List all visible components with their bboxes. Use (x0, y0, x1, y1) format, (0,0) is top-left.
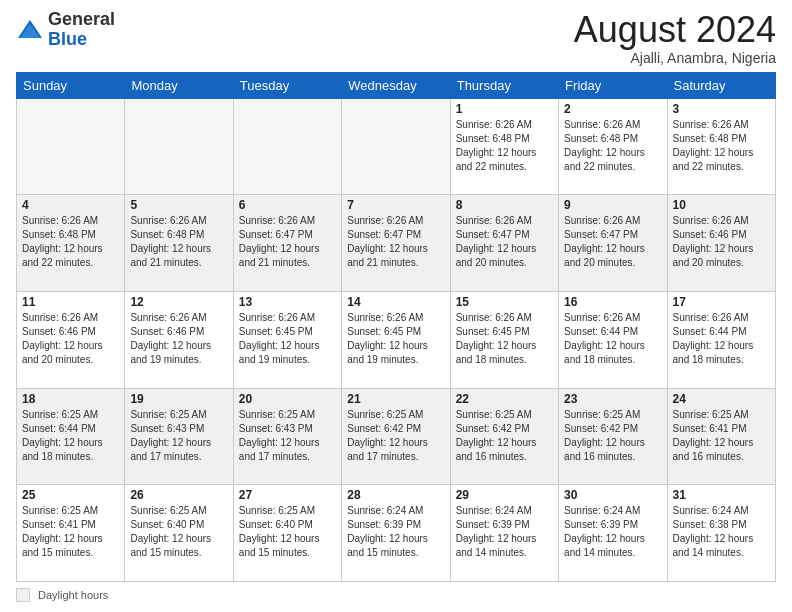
day-number: 5 (130, 198, 227, 212)
day-info: Sunrise: 6:26 AM Sunset: 6:46 PM Dayligh… (22, 311, 119, 367)
col-tuesday: Tuesday (233, 72, 341, 98)
day-info: Sunrise: 6:26 AM Sunset: 6:48 PM Dayligh… (564, 118, 661, 174)
table-row: 19Sunrise: 6:25 AM Sunset: 6:43 PM Dayli… (125, 388, 233, 485)
day-number: 8 (456, 198, 553, 212)
table-row: 15Sunrise: 6:26 AM Sunset: 6:45 PM Dayli… (450, 291, 558, 388)
footer: Daylight hours (16, 588, 776, 602)
day-number: 7 (347, 198, 444, 212)
table-row: 5Sunrise: 6:26 AM Sunset: 6:48 PM Daylig… (125, 195, 233, 292)
day-number: 31 (673, 488, 770, 502)
table-row: 1Sunrise: 6:26 AM Sunset: 6:48 PM Daylig… (450, 98, 558, 195)
day-number: 13 (239, 295, 336, 309)
table-row: 14Sunrise: 6:26 AM Sunset: 6:45 PM Dayli… (342, 291, 450, 388)
col-monday: Monday (125, 72, 233, 98)
table-row: 22Sunrise: 6:25 AM Sunset: 6:42 PM Dayli… (450, 388, 558, 485)
legend-box (16, 588, 30, 602)
table-row: 16Sunrise: 6:26 AM Sunset: 6:44 PM Dayli… (559, 291, 667, 388)
day-number: 18 (22, 392, 119, 406)
month-title: August 2024 (574, 10, 776, 50)
day-number: 24 (673, 392, 770, 406)
table-row: 10Sunrise: 6:26 AM Sunset: 6:46 PM Dayli… (667, 195, 775, 292)
day-number: 11 (22, 295, 119, 309)
col-wednesday: Wednesday (342, 72, 450, 98)
logo-text: General Blue (48, 10, 115, 50)
day-info: Sunrise: 6:24 AM Sunset: 6:38 PM Dayligh… (673, 504, 770, 560)
logo-blue: Blue (48, 29, 87, 49)
table-row (125, 98, 233, 195)
day-info: Sunrise: 6:26 AM Sunset: 6:47 PM Dayligh… (347, 214, 444, 270)
table-row: 30Sunrise: 6:24 AM Sunset: 6:39 PM Dayli… (559, 485, 667, 582)
table-row: 27Sunrise: 6:25 AM Sunset: 6:40 PM Dayli… (233, 485, 341, 582)
day-info: Sunrise: 6:25 AM Sunset: 6:40 PM Dayligh… (130, 504, 227, 560)
col-saturday: Saturday (667, 72, 775, 98)
day-number: 19 (130, 392, 227, 406)
day-number: 12 (130, 295, 227, 309)
logo: General Blue (16, 10, 115, 50)
day-number: 26 (130, 488, 227, 502)
day-info: Sunrise: 6:24 AM Sunset: 6:39 PM Dayligh… (347, 504, 444, 560)
day-number: 3 (673, 102, 770, 116)
day-info: Sunrise: 6:25 AM Sunset: 6:41 PM Dayligh… (673, 408, 770, 464)
table-row: 3Sunrise: 6:26 AM Sunset: 6:48 PM Daylig… (667, 98, 775, 195)
day-number: 23 (564, 392, 661, 406)
day-info: Sunrise: 6:26 AM Sunset: 6:44 PM Dayligh… (673, 311, 770, 367)
table-row: 18Sunrise: 6:25 AM Sunset: 6:44 PM Dayli… (17, 388, 125, 485)
calendar-week-row: 25Sunrise: 6:25 AM Sunset: 6:41 PM Dayli… (17, 485, 776, 582)
day-info: Sunrise: 6:25 AM Sunset: 6:40 PM Dayligh… (239, 504, 336, 560)
table-row: 25Sunrise: 6:25 AM Sunset: 6:41 PM Dayli… (17, 485, 125, 582)
logo-general: General (48, 9, 115, 29)
table-row: 24Sunrise: 6:25 AM Sunset: 6:41 PM Dayli… (667, 388, 775, 485)
table-row: 12Sunrise: 6:26 AM Sunset: 6:46 PM Dayli… (125, 291, 233, 388)
legend-label: Daylight hours (38, 589, 108, 601)
day-info: Sunrise: 6:25 AM Sunset: 6:43 PM Dayligh… (239, 408, 336, 464)
calendar-table: Sunday Monday Tuesday Wednesday Thursday… (16, 72, 776, 582)
calendar-week-row: 11Sunrise: 6:26 AM Sunset: 6:46 PM Dayli… (17, 291, 776, 388)
table-row: 17Sunrise: 6:26 AM Sunset: 6:44 PM Dayli… (667, 291, 775, 388)
table-row: 26Sunrise: 6:25 AM Sunset: 6:40 PM Dayli… (125, 485, 233, 582)
day-info: Sunrise: 6:26 AM Sunset: 6:48 PM Dayligh… (456, 118, 553, 174)
day-info: Sunrise: 6:25 AM Sunset: 6:41 PM Dayligh… (22, 504, 119, 560)
day-number: 21 (347, 392, 444, 406)
day-number: 27 (239, 488, 336, 502)
day-info: Sunrise: 6:26 AM Sunset: 6:48 PM Dayligh… (673, 118, 770, 174)
day-number: 6 (239, 198, 336, 212)
table-row: 23Sunrise: 6:25 AM Sunset: 6:42 PM Dayli… (559, 388, 667, 485)
table-row: 11Sunrise: 6:26 AM Sunset: 6:46 PM Dayli… (17, 291, 125, 388)
day-number: 29 (456, 488, 553, 502)
table-row: 20Sunrise: 6:25 AM Sunset: 6:43 PM Dayli… (233, 388, 341, 485)
day-info: Sunrise: 6:25 AM Sunset: 6:42 PM Dayligh… (456, 408, 553, 464)
day-info: Sunrise: 6:25 AM Sunset: 6:43 PM Dayligh… (130, 408, 227, 464)
day-info: Sunrise: 6:26 AM Sunset: 6:48 PM Dayligh… (130, 214, 227, 270)
logo-icon (16, 16, 44, 44)
day-info: Sunrise: 6:24 AM Sunset: 6:39 PM Dayligh… (564, 504, 661, 560)
day-info: Sunrise: 6:26 AM Sunset: 6:45 PM Dayligh… (456, 311, 553, 367)
table-row: 28Sunrise: 6:24 AM Sunset: 6:39 PM Dayli… (342, 485, 450, 582)
table-row: 2Sunrise: 6:26 AM Sunset: 6:48 PM Daylig… (559, 98, 667, 195)
calendar-header-row: Sunday Monday Tuesday Wednesday Thursday… (17, 72, 776, 98)
day-info: Sunrise: 6:26 AM Sunset: 6:47 PM Dayligh… (564, 214, 661, 270)
table-row: 9Sunrise: 6:26 AM Sunset: 6:47 PM Daylig… (559, 195, 667, 292)
day-number: 9 (564, 198, 661, 212)
day-number: 25 (22, 488, 119, 502)
table-row: 29Sunrise: 6:24 AM Sunset: 6:39 PM Dayli… (450, 485, 558, 582)
calendar-week-row: 4Sunrise: 6:26 AM Sunset: 6:48 PM Daylig… (17, 195, 776, 292)
day-info: Sunrise: 6:26 AM Sunset: 6:48 PM Dayligh… (22, 214, 119, 270)
table-row: 31Sunrise: 6:24 AM Sunset: 6:38 PM Dayli… (667, 485, 775, 582)
day-number: 15 (456, 295, 553, 309)
day-number: 30 (564, 488, 661, 502)
day-info: Sunrise: 6:26 AM Sunset: 6:44 PM Dayligh… (564, 311, 661, 367)
day-number: 17 (673, 295, 770, 309)
location-subtitle: Ajalli, Anambra, Nigeria (574, 50, 776, 66)
col-friday: Friday (559, 72, 667, 98)
day-info: Sunrise: 6:25 AM Sunset: 6:42 PM Dayligh… (347, 408, 444, 464)
calendar-week-row: 18Sunrise: 6:25 AM Sunset: 6:44 PM Dayli… (17, 388, 776, 485)
table-row: 4Sunrise: 6:26 AM Sunset: 6:48 PM Daylig… (17, 195, 125, 292)
day-info: Sunrise: 6:25 AM Sunset: 6:42 PM Dayligh… (564, 408, 661, 464)
day-info: Sunrise: 6:26 AM Sunset: 6:46 PM Dayligh… (130, 311, 227, 367)
header: General Blue August 2024 Ajalli, Anambra… (16, 10, 776, 66)
day-info: Sunrise: 6:26 AM Sunset: 6:47 PM Dayligh… (239, 214, 336, 270)
table-row: 8Sunrise: 6:26 AM Sunset: 6:47 PM Daylig… (450, 195, 558, 292)
table-row: 21Sunrise: 6:25 AM Sunset: 6:42 PM Dayli… (342, 388, 450, 485)
col-thursday: Thursday (450, 72, 558, 98)
day-number: 10 (673, 198, 770, 212)
